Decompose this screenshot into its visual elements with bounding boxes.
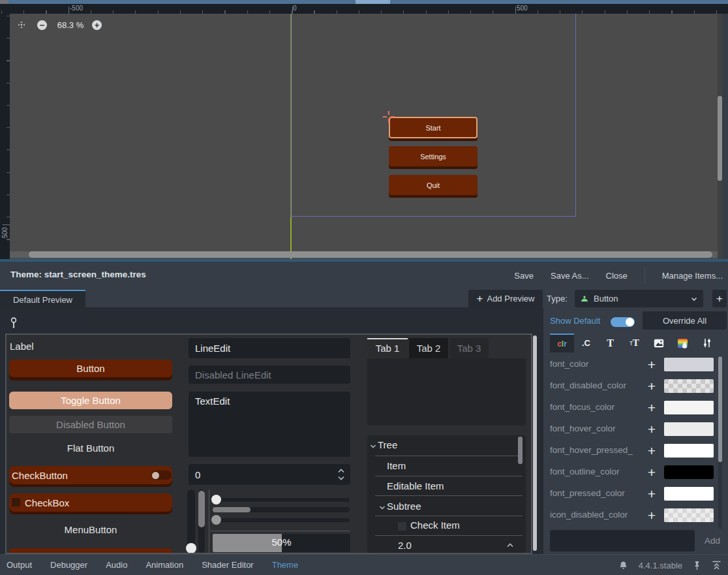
expand-bottom-panel-icon[interactable] — [712, 561, 721, 570]
hscrollbar-thumb[interactable] — [213, 507, 250, 512]
tab-font-sizes[interactable]: т T — [622, 334, 646, 352]
preview-tree[interactable]: Tree Item Editable Item Subtree Check It… — [367, 435, 526, 553]
save-button[interactable]: Save — [514, 271, 534, 281]
tree-subtree[interactable]: Subtree — [387, 501, 421, 512]
tab-constants[interactable]: .C — [574, 334, 598, 352]
tab-colors[interactable]: c l r — [550, 334, 574, 352]
add-item-button[interactable]: Add — [699, 530, 725, 552]
zoom-out-button[interactable]: − — [37, 20, 47, 30]
range-up-icon[interactable] — [506, 542, 514, 548]
tree-separator — [375, 535, 523, 536]
vscrollbar-thumb[interactable] — [198, 491, 205, 527]
vscrollbar-thumb[interactable] — [718, 96, 722, 181]
preview-disabled-button: Disabled Button — [9, 416, 172, 433]
spin-down-icon[interactable] — [337, 475, 345, 481]
tab-default-preview[interactable]: Default Preview — [0, 290, 85, 309]
preview-tab-1[interactable]: Tab 1 — [367, 338, 408, 357]
notifications-bell-icon[interactable] — [618, 561, 628, 570]
color-swatch[interactable] — [664, 358, 714, 371]
theme-item-row: icon_disabled_color + — [550, 505, 721, 526]
preview-tab-panel — [367, 358, 526, 426]
panel-splitter[interactable] — [0, 259, 728, 262]
add-override-button[interactable]: + — [643, 506, 661, 524]
theme-item-row: font_outline_color + — [550, 461, 721, 483]
preview-hscrollbar[interactable] — [213, 507, 350, 512]
preview-hslider[interactable] — [213, 498, 350, 502]
viewport-vscrollbar[interactable] — [718, 14, 722, 259]
override-all-button[interactable]: Override All — [643, 311, 727, 330]
add-override-button[interactable]: + — [643, 463, 661, 481]
tree-item[interactable]: Item — [387, 460, 406, 471]
add-item-input[interactable] — [550, 530, 695, 552]
add-override-button[interactable]: + — [643, 420, 661, 438]
ruler-label: 0 — [293, 5, 297, 12]
tab-audio[interactable]: Audio — [106, 560, 127, 570]
color-swatch[interactable] — [664, 422, 714, 436]
preview-menu-button[interactable]: MenuButton — [9, 524, 172, 535]
tab-fonts[interactable]: T — [598, 334, 622, 352]
tab-debugger[interactable]: Debugger — [50, 560, 87, 570]
center-view-icon[interactable] — [16, 20, 27, 30]
pin-icon[interactable] — [693, 561, 701, 570]
preview-vscrollbar[interactable] — [198, 490, 205, 553]
preview-spin-box[interactable]: 0 — [189, 464, 350, 485]
tab-filter[interactable] — [695, 334, 719, 352]
preview-tab-2[interactable]: Tab 2 — [409, 338, 448, 358]
add-override-button[interactable]: + — [643, 441, 661, 459]
preview-check-box[interactable]: CheckBox — [9, 493, 172, 512]
ruler-vertical: 500 — [0, 14, 10, 259]
preview-check-button[interactable]: CheckButton — [9, 466, 172, 484]
tab-animation[interactable]: Animation — [145, 560, 183, 570]
preview-vscrollbar-thumb[interactable] — [533, 335, 537, 551]
color-swatch[interactable] — [664, 444, 714, 458]
tab-shader-editor[interactable]: Shader Editor — [202, 560, 254, 570]
items-scrollbar-thumb[interactable] — [718, 356, 722, 462]
save-as-button[interactable]: Save As... — [551, 271, 589, 281]
tree-check-item[interactable]: Check Item — [410, 520, 460, 531]
zoom-percent[interactable]: 68.3 % — [53, 20, 88, 30]
color-swatch[interactable] — [664, 465, 714, 479]
pick-theme-item-icon[interactable] — [9, 317, 18, 328]
manage-items-button[interactable]: Manage Items... — [662, 271, 723, 281]
add-type-button[interactable]: + — [712, 290, 727, 307]
tab-theme[interactable]: Theme — [272, 560, 298, 570]
hslider-grabber[interactable] — [211, 495, 221, 505]
tree-editable-item[interactable]: Editable Item — [387, 480, 444, 491]
add-override-button[interactable]: + — [643, 377, 661, 395]
zoom-in-button[interactable]: + — [92, 20, 102, 30]
tab-styleboxes[interactable] — [671, 334, 695, 352]
2d-viewport[interactable]: − 68.3 % + Start Settings Quit — [10, 14, 722, 259]
tree-collapse-icon[interactable] — [370, 444, 376, 449]
spin-up-icon[interactable] — [337, 468, 345, 474]
vslider-grabber[interactable] — [186, 543, 196, 553]
color-swatch[interactable] — [664, 401, 714, 414]
toggle-button-label: Toggle Button — [61, 395, 121, 406]
tree-range-value[interactable]: 2.0 — [398, 540, 412, 551]
preview-progress-bar: 50% — [213, 534, 350, 552]
color-swatch[interactable] — [664, 379, 714, 393]
checkbox-unchecked-icon[interactable] — [398, 522, 406, 531]
items-scrollbar[interactable] — [718, 355, 722, 529]
tree-collapse-icon[interactable] — [379, 505, 386, 510]
preview-text-edit[interactable]: TextEdit — [189, 392, 350, 457]
color-swatch[interactable] — [664, 508, 714, 522]
preview-line-edit[interactable]: LineEdit — [189, 338, 350, 358]
disabled-line-edit-text: Disabled LineEdit — [195, 369, 271, 381]
add-override-button[interactable]: + — [643, 484, 661, 503]
tab-output[interactable]: Output — [7, 560, 32, 570]
tree-scrollbar-thumb[interactable] — [518, 437, 523, 464]
hscrollbar-thumb[interactable] — [29, 251, 712, 258]
preview-toggle-button[interactable]: Toggle Button — [9, 392, 172, 409]
type-dropdown[interactable]: Button — [575, 290, 703, 307]
viewport-hscrollbar[interactable] — [10, 251, 718, 258]
preview-button[interactable]: Button — [9, 360, 172, 377]
add-preview-button[interactable]: + Add Preview — [468, 290, 543, 307]
preview-option-button[interactable] — [9, 548, 172, 554]
show-default-toggle[interactable] — [611, 317, 635, 327]
close-button[interactable]: Close — [606, 271, 628, 281]
color-swatch[interactable] — [664, 487, 714, 501]
add-override-button[interactable]: + — [643, 355, 661, 373]
tab-icons[interactable] — [646, 334, 671, 352]
preview-flat-button[interactable]: Flat Button — [9, 443, 172, 454]
add-override-button[interactable]: + — [643, 398, 661, 416]
